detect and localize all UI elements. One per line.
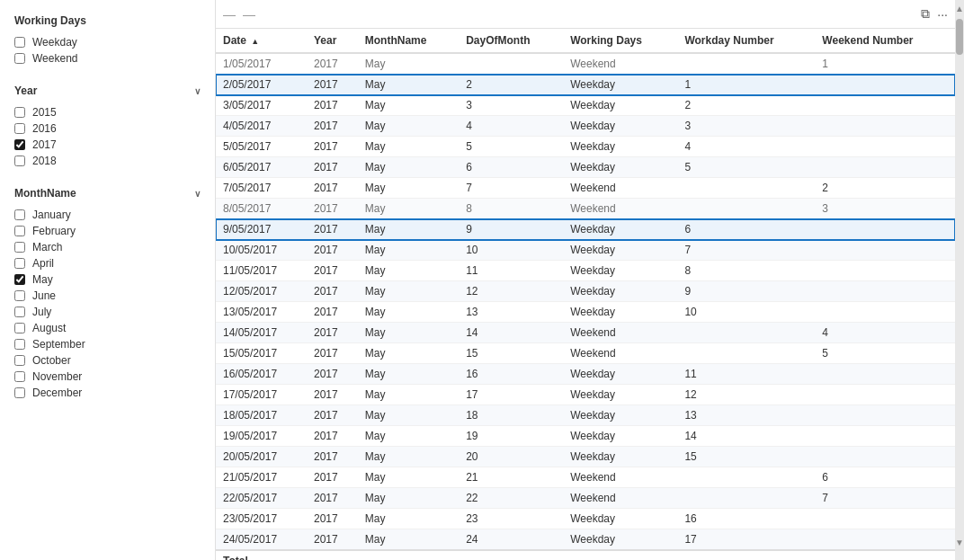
col-year[interactable]: Year	[307, 29, 358, 53]
table-row[interactable]: 13/05/20172017May13Weekday10	[216, 302, 955, 323]
table-row[interactable]: 6/05/20172017May6Weekday5	[216, 157, 955, 178]
filter-item-year-2018[interactable]: 2018	[14, 153, 201, 169]
checkbox-monthname-november[interactable]	[14, 371, 25, 382]
filter-item-monthname-october[interactable]: October	[14, 352, 201, 369]
filter-item-year-2015[interactable]: 2015	[14, 104, 201, 120]
checkbox-monthname-july[interactable]	[14, 307, 25, 317]
table-row[interactable]: 12/05/20172017May12Weekday9	[216, 281, 955, 302]
right-scrollbar[interactable]: ▲ ▼	[955, 0, 964, 560]
table-row[interactable]: 2/05/20172017May2Weekday1	[216, 75, 955, 95]
table-row[interactable]: 5/05/20172017May5Weekday4	[216, 137, 955, 157]
cell-wd-type: Weekday	[563, 137, 677, 157]
more-options-icon[interactable]: ···	[937, 7, 948, 22]
table-row[interactable]: 22/05/20172017May22Weekend7	[216, 488, 955, 509]
label-august: August	[32, 322, 66, 334]
filter-item-monthname-march[interactable]: March	[14, 239, 201, 255]
col-date[interactable]: Date ▲	[216, 29, 307, 53]
table-row[interactable]: 1/05/20172017MayWeekend1	[216, 53, 955, 75]
cell-wen: 4	[815, 323, 955, 343]
checkbox-year-2016[interactable]	[14, 123, 25, 134]
checkbox-year-2018[interactable]	[14, 156, 25, 166]
checkbox-working days-weekend[interactable]	[14, 53, 25, 64]
cell-wen: 5	[815, 343, 955, 364]
col-monthname[interactable]: MonthName	[358, 29, 459, 53]
table-row[interactable]: 16/05/20172017May16Weekday11	[216, 364, 955, 385]
cell-month: May	[358, 529, 459, 551]
cell-month: May	[358, 323, 459, 343]
table-row[interactable]: 11/05/20172017May11Weekday8	[216, 261, 955, 281]
table-row[interactable]: 18/05/20172017May18Weekday13	[216, 405, 955, 426]
cell-wd-type: Weekend	[563, 488, 677, 509]
cell-wen	[815, 405, 955, 426]
checkbox-monthname-may[interactable]	[14, 274, 25, 285]
table-row[interactable]: 14/05/20172017May14Weekend4	[216, 323, 955, 343]
cell-wen	[815, 447, 955, 467]
checkbox-monthname-december[interactable]	[14, 387, 25, 398]
label-june: June	[32, 289, 56, 302]
filter-title-monthname[interactable]: MonthName∨	[14, 187, 201, 200]
cell-wn	[677, 178, 815, 199]
table-row[interactable]: 17/05/20172017May17Weekday12	[216, 385, 955, 405]
cell-date: 11/05/2017	[216, 261, 307, 281]
table-row[interactable]: 19/05/20172017May19Weekday14	[216, 426, 955, 447]
filter-item-year-2017[interactable]: 2017	[14, 137, 201, 153]
checkbox-monthname-february[interactable]	[14, 226, 25, 236]
col-weekend-number[interactable]: Weekend Number	[815, 29, 955, 53]
cell-dom: 11	[459, 261, 563, 281]
cell-dom: 8	[459, 199, 563, 219]
checkbox-monthname-april[interactable]	[14, 258, 25, 269]
filter-item-monthname-september[interactable]: September	[14, 336, 201, 352]
table-row[interactable]: 7/05/20172017May7Weekend2	[216, 178, 955, 199]
checkbox-year-2015[interactable]	[14, 107, 25, 118]
table-row[interactable]: 20/05/20172017May20Weekday15	[216, 447, 955, 467]
scroll-thumb[interactable]	[956, 19, 963, 55]
table-row[interactable]: 4/05/20172017May4Weekday3	[216, 116, 955, 137]
top-icons: ⧉ ···	[921, 6, 948, 22]
filter-item-monthname-july[interactable]: July	[14, 304, 201, 320]
scroll-down-arrow[interactable]: ▼	[955, 534, 964, 551]
filter-item-working days-weekday[interactable]: Weekday	[14, 34, 201, 50]
cell-wn: 6	[677, 219, 815, 240]
sidebar: Working DaysWeekdayWeekendYear∨201520162…	[0, 0, 216, 560]
filter-item-monthname-april[interactable]: April	[14, 255, 201, 271]
table-row[interactable]: 8/05/20172017May8Weekend3	[216, 199, 955, 219]
checkbox-working days-weekday[interactable]	[14, 37, 25, 48]
filter-item-monthname-may[interactable]: May	[14, 271, 201, 288]
scroll-up-arrow[interactable]: ▲	[955, 0, 964, 17]
table-row[interactable]: 10/05/20172017May10Weekday7	[216, 240, 955, 261]
checkbox-monthname-june[interactable]	[14, 290, 25, 301]
window-icon[interactable]: ⧉	[921, 6, 930, 22]
col-working-days[interactable]: Working Days	[563, 29, 677, 53]
filter-item-year-2016[interactable]: 2016	[14, 120, 201, 137]
table-row[interactable]: 24/05/20172017May24Weekday17	[216, 529, 955, 551]
cell-date: 8/05/2017	[216, 199, 307, 219]
table-row[interactable]: 3/05/20172017May3Weekday2	[216, 95, 955, 116]
filter-item-monthname-december[interactable]: December	[14, 385, 201, 401]
filter-item-working days-weekend[interactable]: Weekend	[14, 50, 201, 67]
filter-item-monthname-january[interactable]: January	[14, 207, 201, 223]
checkbox-monthname-august[interactable]	[14, 323, 25, 333]
col-workday-number[interactable]: Workday Number	[677, 29, 815, 53]
table-row[interactable]: 23/05/20172017May23Weekday16	[216, 509, 955, 529]
table-row[interactable]: 15/05/20172017May15Weekend5	[216, 343, 955, 364]
cell-wd-type: Weekend	[563, 199, 677, 219]
cell-wn: 17	[677, 529, 815, 551]
filter-item-monthname-november[interactable]: November	[14, 369, 201, 385]
cell-year: 2017	[307, 529, 358, 551]
checkbox-monthname-october[interactable]	[14, 355, 25, 366]
filter-item-monthname-february[interactable]: February	[14, 223, 201, 239]
cell-date: 9/05/2017	[216, 219, 307, 240]
col-dayofmonth[interactable]: DayOfMonth	[459, 29, 563, 53]
cell-wn	[677, 467, 815, 488]
table-row[interactable]: 21/05/20172017May21Weekend6	[216, 467, 955, 488]
checkbox-monthname-march[interactable]	[14, 242, 25, 253]
checkbox-monthname-september[interactable]	[14, 339, 25, 350]
cell-date: 5/05/2017	[216, 137, 307, 157]
filter-item-monthname-june[interactable]: June	[14, 288, 201, 304]
table-row[interactable]: 9/05/20172017May9Weekday6	[216, 219, 955, 240]
checkbox-year-2017[interactable]	[14, 139, 25, 150]
filter-item-monthname-august[interactable]: August	[14, 320, 201, 336]
checkbox-monthname-january[interactable]	[14, 209, 25, 220]
cell-month: May	[358, 364, 459, 385]
filter-title-year[interactable]: Year∨	[14, 84, 201, 97]
